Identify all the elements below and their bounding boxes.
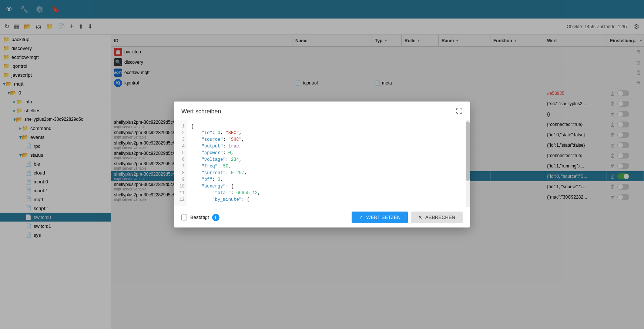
modal-body: 1 2 3 4 5 6 7 8 9 10 11 12 { "id": 0, "S… [174,120,470,207]
confirm-label: Bestätigt [190,215,209,220]
btn-group: ✓ WERT SETZEN ✕ ABBRECHEN [352,212,463,223]
cancel-label: ABBRECHEN [425,215,455,220]
x-icon: ✕ [418,215,422,220]
set-label: WERT SETZEN [366,215,400,220]
modal-title: Wert schreiben [181,108,221,115]
scrollbar-track[interactable] [466,120,470,206]
info-button[interactable]: i [212,214,219,221]
modal-overlay[interactable]: Wert schreiben ⛶ 1 2 3 4 5 6 7 8 9 10 11… [0,0,644,329]
checkbox-row: Bestätigt i [181,214,219,221]
code-content[interactable]: { "id": 0, "SHC", "source": "SHC", "outp… [187,120,470,206]
expand-icon[interactable]: ⛶ [456,107,463,115]
modal-footer: Bestätigt i ✓ WERT SETZEN ✕ ABBRECHEN [174,207,470,227]
code-editor[interactable]: 1 2 3 4 5 6 7 8 9 10 11 12 { "id": 0, "S… [174,120,470,206]
checkmark-icon: ✓ [359,215,363,220]
modal-header: Wert schreiben ⛶ [174,102,470,120]
modal-dialog: Wert schreiben ⛶ 1 2 3 4 5 6 7 8 9 10 11… [174,102,470,227]
line-numbers: 1 2 3 4 5 6 7 8 9 10 11 12 [174,120,187,206]
confirm-checkbox[interactable] [181,215,187,220]
cancel-button[interactable]: ✕ ABBRECHEN [411,212,463,223]
set-value-button[interactable]: ✓ WERT SETZEN [352,212,408,223]
scrollbar-thumb[interactable] [466,122,470,181]
